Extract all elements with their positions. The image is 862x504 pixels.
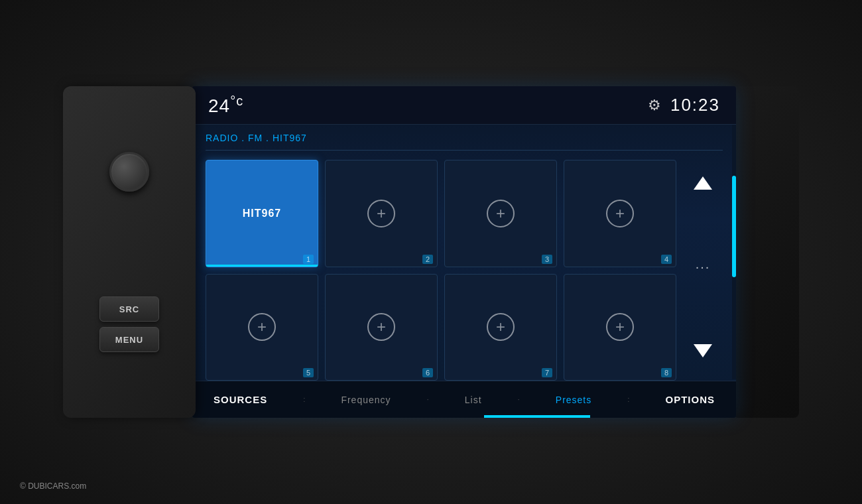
more-options-icon[interactable]: ··· [696, 259, 711, 275]
scroll-down-button[interactable] [686, 334, 719, 367]
preset-number: 2 [422, 255, 433, 264]
preset-number: 4 [661, 255, 672, 264]
preset-tile-3[interactable]: +3 [444, 160, 557, 267]
temp-value: 24 [208, 95, 230, 116]
nav-dot-1: : [303, 396, 305, 403]
chevron-up-icon [694, 176, 712, 190]
preset-number: 5 [303, 368, 314, 377]
add-preset-icon: + [606, 200, 634, 227]
add-preset-icon: + [367, 200, 395, 227]
chevron-down-icon [694, 344, 712, 357]
right-panel [733, 86, 799, 418]
add-preset-icon: + [367, 313, 395, 341]
temp-unit: °c [230, 94, 243, 108]
preset-tile-7[interactable]: +7 [444, 274, 557, 381]
nav-list[interactable]: List [457, 389, 490, 410]
breadcrumb: RADIO . FM . HIT967 [206, 133, 723, 143]
preset-tile-5[interactable]: +5 [206, 274, 318, 381]
left-panel: SRC MENU [63, 86, 196, 418]
presets-grid: HIT9671+2+3+4+5+6+7+8 [206, 160, 683, 381]
temperature-display: 24°c [208, 94, 243, 117]
nav-dot-4: : [627, 396, 629, 403]
preset-tile-2[interactable]: +2 [325, 160, 438, 267]
bottom-nav: SOURCES : Frequency · List · Presets : O… [192, 381, 736, 418]
preset-number: 6 [422, 368, 433, 377]
volume-knob[interactable] [109, 152, 149, 192]
preset-tile-8[interactable]: +8 [564, 274, 676, 381]
add-preset-icon: + [487, 200, 515, 227]
add-preset-icon: + [487, 313, 515, 341]
main-screen: 24°c ⚙ 10:23 RADIO . FM . HIT967 HIT9671… [192, 86, 736, 418]
preset-number: 7 [542, 368, 552, 377]
status-bar: 24°c ⚙ 10:23 [192, 86, 736, 125]
clock-display: 10:23 [670, 95, 720, 115]
preset-tile-4[interactable]: +4 [564, 160, 676, 267]
preset-number: 1 [303, 255, 314, 264]
divider [206, 150, 723, 151]
presets-area: HIT9671+2+3+4+5+6+7+8 ··· [206, 160, 723, 381]
watermark: © DUBICARS.com [20, 481, 86, 491]
scroll-controls: ··· [683, 160, 723, 381]
src-button[interactable]: SRC [99, 296, 159, 322]
preset-station-name: HIT967 [243, 208, 281, 220]
button-group: SRC MENU [76, 296, 182, 352]
scroll-up-button[interactable] [686, 166, 719, 200]
menu-button[interactable]: MENU [99, 327, 159, 352]
car-frame: SRC MENU 24°c ⚙ 10:23 RADIO . FM . HIT96… [0, 0, 862, 504]
nav-frequency[interactable]: Frequency [333, 389, 399, 410]
settings-icon[interactable]: ⚙ [648, 97, 661, 114]
nav-dot-3: · [518, 396, 520, 403]
preset-tile-1[interactable]: HIT9671 [206, 160, 318, 267]
nav-options[interactable]: OPTIONS [657, 389, 723, 410]
preset-number: 3 [542, 255, 552, 264]
status-right: ⚙ 10:23 [648, 95, 720, 115]
nav-sources[interactable]: SOURCES [206, 389, 275, 410]
content-area: RADIO . FM . HIT967 HIT9671+2+3+4+5+6+7+… [192, 125, 736, 381]
nav-presets[interactable]: Presets [548, 389, 599, 410]
preset-number: 8 [661, 368, 672, 377]
preset-tile-6[interactable]: +6 [325, 274, 438, 381]
add-preset-icon: + [248, 313, 276, 341]
nav-dot-2: · [427, 396, 429, 403]
add-preset-icon: + [606, 313, 634, 341]
